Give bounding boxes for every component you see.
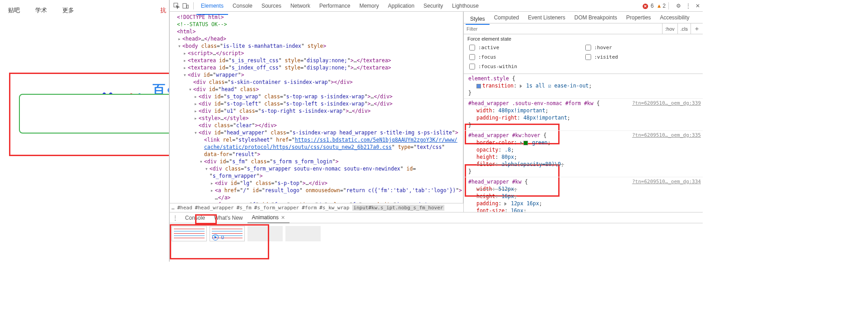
force-state-checkbox[interactable]: :focus-within xyxy=(467,62,583,71)
filter-input[interactable] xyxy=(464,26,662,32)
devtools-tab-console[interactable]: Console xyxy=(228,0,257,12)
force-state-checkbox[interactable]: :hover xyxy=(583,43,700,52)
drawer-tab-console[interactable]: Console xyxy=(181,213,210,223)
devtools: ElementsConsoleSourcesNetworkPerformance… xyxy=(169,0,703,262)
nav-link[interactable]: 更多 xyxy=(62,6,74,14)
styles-sidebar: StylesComputedEvent ListenersDOM Breakpo… xyxy=(463,12,703,212)
devtools-tab-security[interactable]: Security xyxy=(419,0,448,12)
animation-count: 0 xyxy=(221,235,224,240)
devtools-tab-application[interactable]: Application xyxy=(383,0,419,12)
styles-tabs: StylesComputedEvent ListenersDOM Breakpo… xyxy=(464,12,703,23)
devtools-tab-lighthouse[interactable]: Lighthouse xyxy=(448,0,483,12)
add-rule-icon[interactable]: ＋ xyxy=(691,23,703,34)
animations-panel[interactable]: 0 xyxy=(170,223,703,262)
svg-rect-7 xyxy=(183,3,187,8)
devtools-tab-sources[interactable]: Sources xyxy=(257,0,286,12)
partial-text: 抗 xyxy=(160,6,166,14)
devtools-tab-memory[interactable]: Memory xyxy=(355,0,383,12)
close-icon[interactable]: ✕ xyxy=(281,215,285,220)
search-input[interactable] xyxy=(19,94,169,134)
drawer-tab-whatsnew[interactable]: What's New xyxy=(210,213,247,223)
animation-thumb-empty xyxy=(285,226,321,241)
warning-count-icon[interactable]: ▲2 xyxy=(653,3,666,9)
dom-tree[interactable]: <!DOCTYPE html><!--STATUS OK--><html>▸<h… xyxy=(170,12,463,203)
top-nav: 贴吧 学术 更多 xyxy=(8,6,74,14)
kebab-icon[interactable]: ⋮ xyxy=(173,215,178,221)
devtools-tabs: ElementsConsoleSourcesNetworkPerformance… xyxy=(196,0,483,12)
svg-rect-8 xyxy=(187,5,188,8)
error-count-icon[interactable]: ✕ 6 xyxy=(643,3,653,9)
devtools-tab-performance[interactable]: Performance xyxy=(315,0,355,12)
animation-thumb[interactable] xyxy=(172,226,207,241)
kebab-icon[interactable]: ⋮ xyxy=(686,3,691,9)
nav-link[interactable]: 贴吧 xyxy=(8,6,20,14)
force-state: Force element state :active :hover :focu… xyxy=(464,34,703,74)
styles-tab[interactable]: Event Listeners xyxy=(523,12,570,23)
animation-thumb-empty xyxy=(247,226,283,241)
drawer-tab-animations[interactable]: Animations ✕ xyxy=(247,212,290,223)
breadcrumb[interactable]: …#head#head_wrapper#s_fm#s_form_wrapper#… xyxy=(170,203,463,212)
play-icon[interactable] xyxy=(212,234,219,240)
devtools-toolbar: ElementsConsoleSourcesNetworkPerformance… xyxy=(170,0,703,12)
drawer-tabs: ⋮ Console What's New Animations ✕ xyxy=(170,212,703,223)
close-icon[interactable]: ✕ xyxy=(695,3,700,9)
styles-tab[interactable]: Properties xyxy=(621,12,655,23)
nav-link[interactable]: 学术 xyxy=(35,6,47,14)
drawer: ⋮ Console What's New Animations ✕ xyxy=(170,212,703,262)
cls-toggle[interactable]: .cls xyxy=(677,23,691,34)
styles-tab[interactable]: Accessibility xyxy=(655,12,694,23)
styles-tab[interactable]: Computed xyxy=(490,12,523,23)
device-icon[interactable] xyxy=(182,2,190,10)
style-rules[interactable]: element.style {transition: 1s all ☑ ease… xyxy=(464,74,703,212)
devtools-tab-network[interactable]: Network xyxy=(286,0,315,12)
rendered-page: 贴吧 学术 更多 抗 Baidu 百度 xyxy=(0,0,169,262)
force-state-checkbox[interactable]: :focus xyxy=(467,53,583,61)
force-state-label: Force element state xyxy=(467,36,699,42)
force-state-checkbox[interactable]: :visited xyxy=(583,53,700,61)
filter-row: :hov .cls ＋ xyxy=(464,23,703,34)
force-state-checkbox[interactable]: :active xyxy=(467,43,583,52)
styles-tab[interactable]: DOM Breakpoints xyxy=(570,12,622,23)
inspect-icon[interactable] xyxy=(173,2,181,10)
hov-toggle[interactable]: :hov xyxy=(662,23,677,34)
gear-icon[interactable]: ⚙ xyxy=(676,3,681,9)
